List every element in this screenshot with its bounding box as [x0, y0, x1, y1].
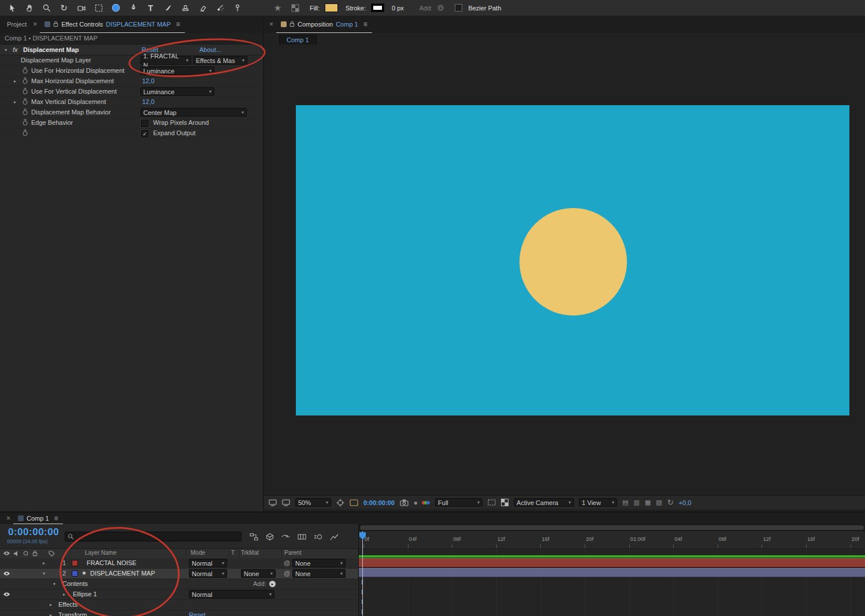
comp-timecode[interactable]: 0:00:00:00 [363, 499, 395, 506]
star-icon[interactable]: ★ [270, 1, 285, 14]
current-time-indicator-line[interactable] [362, 531, 363, 616]
draft-3d-icon[interactable] [266, 533, 274, 541]
expander-icon[interactable]: ▸ [50, 600, 52, 610]
region-of-interest-icon[interactable] [488, 499, 496, 506]
timeline-ruler[interactable]: 0f04f08f12f16f20f01:00f04f08f12f16f20f [359, 531, 865, 549]
map-layer-dropdown[interactable]: 1. FRACTAL N▾ [140, 56, 191, 65]
column-t[interactable]: T [231, 550, 235, 556]
zoom-level-dropdown[interactable]: 50%▾ [295, 498, 331, 507]
safe-zones-icon[interactable] [350, 499, 358, 506]
pen-tool-icon[interactable] [126, 1, 140, 14]
timeline-search[interactable] [65, 532, 242, 541]
frame-blending-icon[interactable] [298, 533, 306, 540]
motion-blur-icon[interactable] [314, 533, 322, 540]
composition-canvas[interactable] [296, 105, 849, 415]
brush-tool-icon[interactable] [161, 1, 175, 14]
close-icon[interactable]: × [3, 514, 13, 522]
layer-name[interactable]: FRACTAL NOISE [87, 558, 136, 567]
tab-effect-controls[interactable]: Effect Controls DISPLACEMENT MAP ≡ [40, 16, 184, 33]
vertical-channel-dropdown[interactable]: Luminance▾ [140, 87, 214, 96]
stroke-color-swatch[interactable] [371, 3, 384, 12]
ellipse-shape[interactable] [519, 208, 627, 316]
panel-menu-icon[interactable]: ≡ [54, 514, 58, 522]
view-layout-dropdown[interactable]: 1 View▾ [579, 498, 617, 507]
timeline-button-icon[interactable]: ▦ [645, 499, 651, 506]
panel-menu-icon[interactable]: ≡ [176, 20, 180, 28]
timeline-graph[interactable]: 0f04f08f12f16f20f01:00f04f08f12f16f20f I… [358, 524, 865, 616]
blend-mode-dropdown[interactable]: Normal▾ [189, 559, 227, 567]
eye-icon[interactable] [3, 592, 10, 597]
layer-row-fractal-noise[interactable]: ▸ 1 FRACTAL NOISE Normal▾ @ None▾ [0, 558, 358, 569]
lock-icon[interactable] [53, 21, 58, 27]
column-mode[interactable]: Mode [191, 550, 205, 556]
group-row-contents[interactable]: ▾ Contents Add: ▸ [0, 579, 358, 589]
graph-editor-icon[interactable] [330, 533, 339, 541]
show-snapshot-icon[interactable]: ● [414, 499, 418, 507]
ellipse-blend-mode-dropdown[interactable]: Normal▾ [189, 590, 274, 599]
rotation-tool-icon[interactable]: ↻ [57, 1, 71, 14]
monitor-icon[interactable] [282, 499, 290, 506]
expander-icon[interactable]: ▾ [43, 569, 45, 578]
timeline-timecode[interactable]: 0:00:00:00 [8, 526, 59, 538]
fill-color-swatch[interactable] [325, 3, 338, 12]
expander-icon[interactable]: ▸ [14, 77, 16, 86]
puppet-pin-tool-icon[interactable] [230, 1, 244, 14]
parent-dropdown[interactable]: None▾ [292, 569, 346, 578]
map-behavior-dropdown[interactable]: Center Map▾ [140, 108, 247, 117]
group-label[interactable]: Ellipse 1 [73, 589, 97, 599]
stopwatch-icon[interactable] [22, 129, 28, 136]
blend-mode-dropdown[interactable]: Normal▾ [189, 569, 227, 578]
layer-color-swatch[interactable] [72, 560, 78, 566]
group-label[interactable]: Effects [58, 600, 77, 609]
add-property-icon[interactable]: ▸ [269, 581, 276, 587]
stroke-width-value[interactable]: 0 px [392, 5, 404, 12]
channel-icon[interactable] [423, 501, 430, 504]
map-source-dropdown[interactable]: Effects & Mas▾ [193, 56, 247, 65]
eraser-tool-icon[interactable] [195, 1, 210, 14]
column-trkmat[interactable]: TrkMat [241, 550, 259, 556]
group-row-ellipse[interactable]: ▸ Ellipse 1 Normal▾ [0, 589, 358, 600]
expander-icon[interactable]: ▸ [63, 590, 65, 599]
clone-stamp-tool-icon[interactable] [178, 1, 192, 14]
snapshot-camera-icon[interactable] [400, 499, 409, 506]
stopwatch-icon[interactable] [22, 88, 28, 95]
trkmat-dropdown[interactable]: None▾ [241, 569, 276, 578]
effect-expander-icon[interactable]: ▾ [5, 45, 7, 55]
layer-name[interactable]: DISPLACEMENT MAP [90, 569, 155, 578]
flowchart-button-icon[interactable]: ▧ [656, 499, 662, 506]
max-vertical-value[interactable]: 12,0 [142, 97, 154, 106]
layer-bar-displacement-map[interactable] [359, 568, 865, 577]
resolution-dropdown[interactable]: Full▾ [435, 498, 482, 507]
bezier-path-checkbox[interactable] [455, 4, 462, 12]
expander-icon[interactable]: ▸ [14, 98, 16, 107]
ellipse-shape-tool-icon[interactable] [109, 1, 123, 14]
about-link[interactable]: About... [199, 44, 221, 55]
crosshair-icon[interactable] [336, 499, 344, 507]
grid-guides-icon[interactable]: ▤ [622, 499, 628, 506]
column-layer-name[interactable]: Layer Name [85, 550, 116, 556]
panel-menu-icon[interactable]: ≡ [363, 20, 367, 28]
layer-bar-fractal-noise[interactable] [359, 558, 865, 567]
expander-icon[interactable]: ▸ [50, 611, 52, 616]
time-navigator[interactable] [359, 524, 865, 531]
expand-output-checkbox[interactable]: ✓ [141, 130, 149, 138]
composition-viewport[interactable] [264, 44, 865, 491]
tab-project[interactable]: Project [3, 21, 30, 28]
group-label[interactable]: Transform [58, 610, 87, 616]
max-horizontal-value[interactable]: 12,0 [142, 76, 154, 86]
exposure-offset-value[interactable]: +0,0 [679, 499, 692, 506]
expander-icon[interactable]: ▾ [53, 580, 55, 589]
type-tool-icon[interactable]: T [143, 1, 158, 14]
lock-icon[interactable] [289, 21, 295, 27]
tab-composition[interactable]: Composition Comp 1 ≡ [276, 16, 372, 33]
selection-tool-icon[interactable] [5, 1, 19, 14]
shy-layers-icon[interactable] [281, 533, 290, 540]
checkerboard-icon[interactable] [288, 1, 302, 14]
transparency-grid-icon[interactable] [501, 499, 508, 506]
hand-tool-icon[interactable] [22, 1, 36, 14]
pan-behind-tool-icon[interactable] [91, 1, 106, 14]
stopwatch-icon[interactable] [22, 98, 28, 105]
group-row-effects[interactable]: ▸ Effects [0, 600, 358, 610]
eye-icon[interactable] [3, 571, 10, 576]
group-row-transform[interactable]: ▸ Transform Reset [0, 610, 358, 616]
